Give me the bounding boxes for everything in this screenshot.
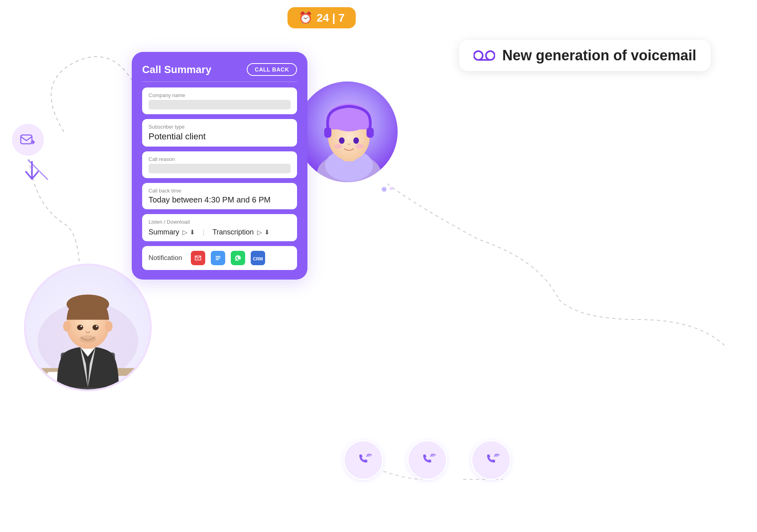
company-name-label: Company name: [149, 92, 291, 98]
company-name-value: [149, 100, 291, 109]
call-reason-field: Call reason: [142, 151, 297, 178]
svg-point-38: [81, 326, 82, 327]
subscriber-type-value: Potential client: [149, 131, 291, 142]
dot-2: [390, 187, 393, 190]
notification-row: Notification: [149, 251, 291, 265]
call-back-time-field: Call back time Today between 4:30 PM and…: [142, 183, 297, 209]
businessman-image: [26, 266, 150, 389]
email-notification-icon[interactable]: [191, 251, 205, 265]
download-icon-transcription[interactable]: ⬇: [264, 228, 270, 236]
svg-point-0: [474, 51, 483, 60]
svg-point-39: [96, 326, 97, 327]
notification-label: Notification: [149, 254, 182, 262]
summary-listen-item: Summary ▷ ⬇: [149, 228, 195, 236]
transcription-label: Transcription: [212, 228, 254, 236]
message-icon-circle: [12, 124, 44, 156]
voicemail-label: New generation of voicemail: [502, 47, 696, 64]
svg-point-36: [77, 325, 83, 330]
businessman-avatar: [24, 264, 152, 391]
svg-text:CRM: CRM: [253, 256, 263, 261]
voicemail-badge: New generation of voicemail: [459, 40, 711, 71]
svg-point-22: [334, 144, 342, 149]
phone-icon-3: [481, 450, 501, 470]
svg-point-21: [353, 137, 359, 144]
svg-rect-19: [367, 127, 374, 138]
call-back-time-value: Today between 4:30 PM and 6 PM: [149, 195, 291, 204]
call-reason-value: [149, 164, 291, 173]
svg-rect-30: [47, 372, 59, 386]
crm-notification-icon[interactable]: CRM: [251, 251, 265, 265]
call-back-time-label: Call back time: [149, 188, 291, 194]
card-title: Call Summary: [142, 64, 211, 76]
play-icon-transcription[interactable]: ▷: [257, 228, 262, 236]
svg-point-23: [356, 144, 364, 149]
message-arrow-icon: [19, 131, 37, 149]
svg-rect-18: [324, 127, 331, 138]
operator-image: [297, 81, 398, 182]
purple-arrow: [20, 160, 44, 184]
svg-rect-5: [216, 256, 220, 257]
chat-notification-icon[interactable]: [211, 251, 225, 265]
call-reason-label: Call reason: [149, 156, 291, 162]
svg-rect-7: [216, 259, 219, 260]
voicemail-icon: [474, 48, 495, 63]
svg-rect-6: [216, 258, 220, 258]
phone-circle-3[interactable]: [471, 440, 511, 480]
badge-247: ⏰ 24 | 7: [287, 7, 356, 28]
subscriber-type-label: Subscriber type: [149, 124, 291, 130]
svg-point-1: [486, 51, 495, 60]
transcription-icons: ▷ ⬇: [257, 228, 270, 236]
svg-point-34: [63, 321, 71, 332]
download-icon-summary[interactable]: ⬇: [190, 228, 195, 236]
svg-point-35: [105, 321, 113, 332]
listen-row: Summary ▷ ⬇ | Transcription ▷ ⬇: [149, 228, 291, 236]
call-back-button[interactable]: CALL BACK: [247, 63, 297, 76]
svg-point-37: [93, 325, 99, 330]
company-name-field: Company name: [142, 87, 297, 114]
whatsapp-notification-icon[interactable]: [231, 251, 245, 265]
summary-label: Summary: [149, 228, 179, 236]
dot-1: [382, 187, 386, 192]
clock-icon: ⏰: [299, 11, 313, 24]
phone-circle-2[interactable]: [407, 440, 447, 480]
transcription-listen-item: Transcription ▷ ⬇: [212, 228, 269, 236]
play-icon-summary[interactable]: ▷: [182, 228, 187, 236]
call-summary-card: Call Summary CALL BACK Company name Subs…: [132, 52, 307, 280]
svg-point-33: [67, 295, 109, 314]
badge-247-text: 24 | 7: [317, 12, 345, 24]
listen-download-label: Listen / Download: [149, 219, 291, 225]
notification-section: Notification: [142, 246, 297, 270]
operator-avatar: [295, 80, 399, 184]
phone-circle-1[interactable]: [343, 440, 383, 480]
svg-point-40: [79, 335, 97, 343]
svg-rect-11: [21, 135, 32, 144]
svg-point-20: [339, 137, 345, 144]
card-divider: [142, 81, 297, 82]
phone-icon-1: [353, 450, 374, 470]
decorative-dots: [382, 187, 393, 192]
listen-divider: |: [203, 229, 204, 236]
phone-circles-group: [343, 440, 511, 480]
summary-icons: ▷ ⬇: [182, 228, 195, 236]
phone-icon-2: [417, 450, 438, 470]
subscriber-type-field: Subscriber type Potential client: [142, 119, 297, 147]
card-header: Call Summary CALL BACK: [142, 63, 297, 76]
listen-download-section: Listen / Download Summary ▷ ⬇ | Transcri…: [142, 214, 297, 241]
